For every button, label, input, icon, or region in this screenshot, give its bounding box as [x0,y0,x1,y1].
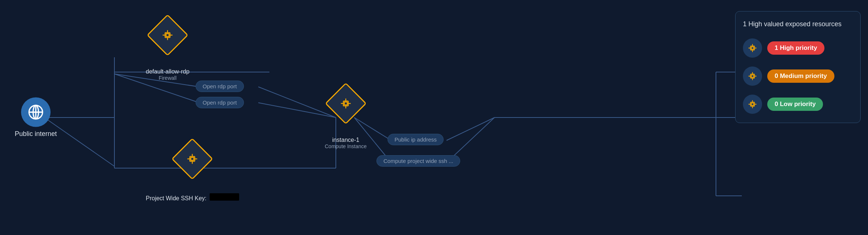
instance-sublabel: Compute Instance [325,143,367,149]
public-internet-node: Public internet [15,98,57,138]
globe-icon [21,98,51,127]
compute-ssh-label: Compute project wide ssh ... [376,155,460,167]
medium-priority-badge: 0 Medium priority [767,69,834,83]
medium-priority-icon [743,67,762,86]
svg-line-15 [447,117,495,140]
main-container: Public internet default-allow-rdp Firewa… [0,0,868,235]
instance-diamond [325,82,366,124]
firewall-sublabel: Firewall [159,75,176,81]
svg-rect-27 [166,34,169,37]
svg-rect-39 [344,102,347,105]
svg-rect-51 [751,75,754,78]
low-priority-icon [743,95,762,114]
firewall-label: default-allow-rdp [146,68,189,75]
ssh-key-redacted [210,193,239,201]
instance-label: instance-1 [332,137,359,143]
ssh-key-node: Project Wide SSH Key: [146,144,239,202]
rdp-tag-1-label: Open rdp port [196,81,244,92]
firewall-node: default-allow-rdp Firewall [146,20,189,81]
svg-line-9 [258,87,336,117]
svg-line-10 [258,103,336,117]
right-panel: 1 High valued exposed resources 1 High p… [735,11,861,123]
public-internet-label: Public internet [15,130,57,138]
rdp-tag-2-label: Open rdp port [196,97,244,108]
high-priority-badge: 1 High priority [767,41,824,55]
ssh-key-label: Project Wide SSH Key: [146,195,207,202]
low-priority-row: 0 Low priority [743,95,853,114]
svg-rect-33 [191,157,194,160]
svg-rect-57 [751,103,754,106]
panel-title: 1 High valued exposed resources [743,20,853,28]
high-priority-row: 1 High priority [743,38,853,58]
compute-ssh-tag: Compute project wide ssh ... [376,155,460,167]
low-priority-badge: 0 Low priority [767,98,823,111]
high-priority-icon [743,38,762,58]
rdp-tag-1: Open rdp port [196,81,244,92]
ssh-diamond [172,138,213,180]
public-ip-tag: Public ip address [388,134,444,145]
rdp-tag-2: Open rdp port [196,97,244,108]
firewall-diamond [147,14,189,56]
medium-priority-row: 0 Medium priority [743,67,853,86]
instance-node: instance-1 Compute Instance [325,89,367,149]
svg-rect-45 [751,47,754,50]
public-ip-label: Public ip address [388,134,444,145]
